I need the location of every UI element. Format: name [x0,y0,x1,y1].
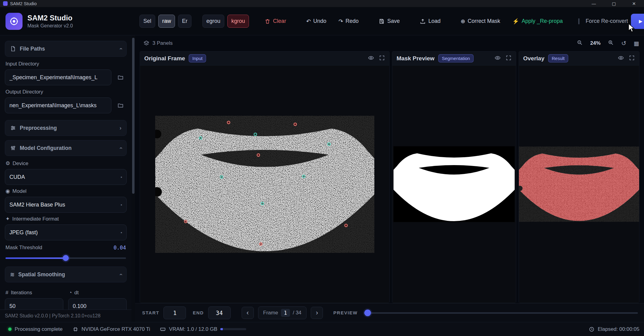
device-value: CUDA [9,174,25,180]
save-button[interactable]: Save [374,15,404,28]
input-badge: Input [189,54,206,62]
device-select[interactable]: CUDA ▪ [5,169,127,185]
brand: SAM2 Studio Mask Generator v2.0 [5,13,139,30]
negative-point [259,242,262,246]
device-label: Device [12,161,28,167]
sidebar-scrollbar[interactable] [131,35,135,322]
section-preprocessing[interactable]: Preprocessing › [5,120,127,136]
slider-track [364,312,638,314]
vram-usage-fill [220,328,223,330]
grid-layout-button[interactable]: ▦ [634,40,639,47]
segmentation-badge: Segmentation [438,54,474,62]
section-file-paths[interactable]: File Paths › [5,41,127,57]
force-reconvert-checkbox[interactable] [578,18,579,24]
panels-toolbar: 3 Panels 24% ↺ ▦ [135,35,644,51]
section-title: File Paths [20,46,45,52]
statusbar: Processing complete NVIDIA GeForce RTX 4… [0,322,644,336]
mask-threshold-slider[interactable] [5,255,126,261]
browse-input-button[interactable] [114,71,127,83]
overlay-canvas[interactable] [519,65,639,303]
slider-thumb[interactable] [364,309,371,316]
apply-repropagate-button[interactable]: ⚡ Apply _Re-propa [508,15,568,28]
maximize-button[interactable]: ▢ [604,0,624,7]
background-button[interactable]: kgrou [227,15,249,28]
sliders-icon [10,125,16,131]
preview-slider[interactable] [364,309,638,316]
section-model-configuration[interactable]: Model Configuration › [5,140,127,156]
save-label: Save [387,18,400,24]
positive-point [199,136,202,140]
minimize-button[interactable]: — [584,0,604,7]
gpu-chip-icon [72,326,79,332]
redo-button[interactable]: ↷ Redo [334,15,363,28]
load-button[interactable]: Load [415,15,445,28]
correct-mask-label: Correct Mask [468,18,500,24]
section-title: Model Configuration [20,145,72,151]
draw-tool-button[interactable]: raw [158,15,175,28]
preview-label: PREVIEW [333,310,358,315]
maximize-icon: ▢ [612,1,616,6]
memory-icon [160,326,166,332]
titlebar: SAM2 Studio — ▢ × [0,0,644,7]
erase-tool-button[interactable]: Er [178,15,191,28]
zoom-in-button[interactable] [608,40,614,47]
negative-point [294,123,297,126]
previous-frame-button[interactable]: ‹ [242,307,254,319]
end-frame-field[interactable] [208,306,231,319]
undo-button[interactable]: ↶ Undo [302,15,331,28]
layers-icon [143,40,149,46]
frame-controls: START END ‹ Frame 1 / 34 › PREVIEW [135,303,644,322]
mask-image [394,146,515,222]
slider-thumb[interactable] [63,255,69,261]
visibility-toggle[interactable] [368,55,374,62]
positive-point [261,202,264,205]
undo-label: Undo [313,18,326,24]
sidebar-footer: SAM2 Studio v2.0.0 | PyTorch 2.10.0+cu12… [0,309,131,322]
visibility-toggle[interactable] [618,55,624,62]
correct-mask-button[interactable]: ⊕ Correct Mask [456,15,505,28]
load-icon [420,18,426,24]
vram-usage-bar [220,328,246,330]
select-tool-label: Sel [143,18,151,24]
chevron-up-icon: › [117,147,124,149]
app-title: SAM2 Studio [27,14,73,22]
app-window: SAM2 Studio — ▢ × SAM2 Studio Mask G [0,0,644,336]
select-tool-button[interactable]: Sel [139,15,155,28]
close-button[interactable]: × [624,0,644,7]
start-processing-button[interactable]: ▶ Start Processing [631,14,644,29]
input-directory-field[interactable] [5,69,111,85]
browse-output-button[interactable] [114,99,127,111]
format-select[interactable]: JPEG (fast) ▪ [5,225,127,240]
scrollbar-thumb[interactable] [132,38,135,194]
section-spatial-smoothing[interactable]: ≋ Spatial Smoothing › [5,267,127,282]
panel-mask-preview: Mask Preview Segmentation [392,51,516,303]
output-directory-field[interactable] [5,97,111,113]
model-select[interactable]: SAM2 Hiera Base Plus ▪ [5,197,127,213]
apply-repropagate-label: Apply _Re-propa [522,18,563,24]
expand-panel-button[interactable] [506,55,512,62]
model-value: SAM2 Hiera Base Plus [9,202,65,208]
reset-icon: ↺ [621,40,626,47]
frame-image-points [155,116,374,253]
mask-preview-canvas[interactable] [392,65,516,303]
expand-panel-button[interactable] [629,55,635,62]
reset-view-button[interactable]: ↺ [621,40,626,47]
iterations-label: Iterations [11,290,32,296]
positive-point [254,133,257,136]
original-frame-canvas[interactable] [140,65,389,303]
minimize-icon: — [592,1,596,6]
folder-icon [117,74,124,80]
next-frame-button[interactable]: › [311,307,323,319]
erase-tool-label: Er [182,18,187,24]
start-frame-field[interactable] [163,306,186,319]
app-icon [3,1,8,6]
expand-panel-button[interactable] [379,55,385,62]
clear-button[interactable]: Clear [260,15,291,28]
dropdown-icon: ▪ [121,230,122,235]
foreground-button[interactable]: egrou [202,15,224,28]
chevron-up-icon: › [117,274,124,275]
zoom-out-button[interactable] [577,40,583,47]
visibility-toggle[interactable] [495,55,501,62]
load-label: Load [428,18,440,24]
model-icon: ◉ [5,188,10,194]
